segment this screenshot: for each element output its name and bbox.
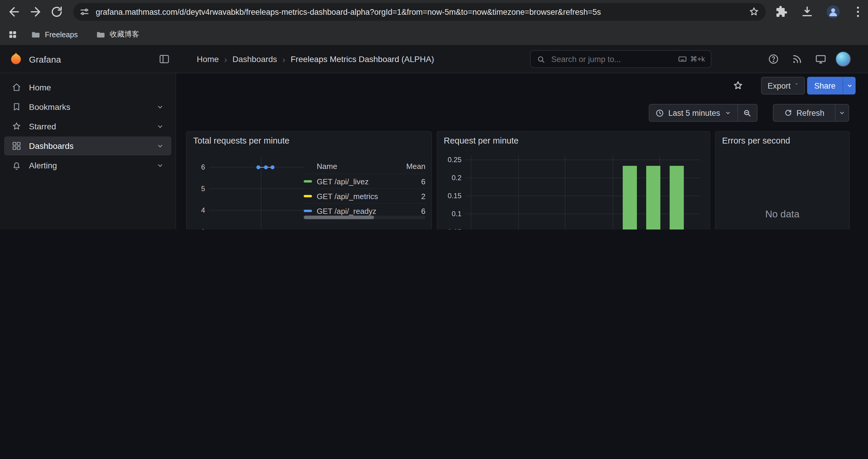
home-icon — [11, 82, 22, 93]
legend-series-name[interactable]: GET /api/_readyz — [304, 206, 392, 215]
share-button[interactable]: Share — [807, 77, 843, 95]
extensions-icon[interactable] — [774, 5, 788, 19]
legend-series-name[interactable]: GET /api/_metrics — [304, 192, 392, 201]
sidebar-item-label: Bookmarks — [29, 102, 70, 112]
grafana-header: Grafana Home › Dashboards › Freeleaps Me… — [0, 45, 868, 73]
sidebar-item-bookmarks[interactable]: Bookmarks — [4, 97, 172, 117]
reload-icon[interactable] — [50, 5, 64, 19]
sidebar-item-label: Starred — [29, 122, 56, 131]
svg-text:4: 4 — [201, 206, 205, 214]
bookmark-folder-freeleaps[interactable]: Freeleaps — [31, 30, 78, 40]
profile-avatar-icon[interactable] — [826, 5, 840, 19]
legend-series-name[interactable]: GET /api/_livez — [304, 177, 392, 186]
apps-grid-icon[interactable] — [8, 30, 18, 40]
folder-icon — [31, 30, 41, 40]
svg-text:0.25: 0.25 — [447, 156, 462, 164]
refresh-icon — [784, 109, 793, 117]
zoom-out-icon — [743, 108, 752, 117]
refresh-interval-caret[interactable] — [835, 104, 849, 122]
series-color-dash — [304, 210, 312, 212]
series-color-dash — [304, 195, 312, 197]
bookmark-folder-blogs[interactable]: 收藏博客 — [95, 30, 139, 40]
sidebar-item-home[interactable]: Home — [4, 78, 172, 97]
chevron-down-icon[interactable] — [156, 122, 164, 131]
legend-column-header[interactable]: Name — [304, 162, 392, 171]
bookmark-label: 收藏博客 — [110, 30, 139, 40]
sidebar-item-label: Alerting — [29, 161, 57, 170]
download-icon[interactable] — [800, 5, 814, 19]
chevron-down-icon — [724, 109, 732, 117]
legend-value: 2 — [392, 192, 426, 201]
share-menu-caret[interactable] — [843, 77, 856, 95]
browser-menu-icon[interactable] — [851, 5, 865, 19]
svg-text:0.05: 0.05 — [447, 228, 462, 230]
export-button[interactable]: Export — [761, 77, 805, 95]
help-icon[interactable] — [768, 53, 779, 65]
legend-scrollbar[interactable] — [304, 216, 426, 219]
bookmarks-bar: Freeleaps 收藏博客 — [0, 24, 868, 45]
favorite-star-icon[interactable] — [732, 80, 744, 92]
browser-toolbar: grafana.mathmast.com/d/deytv4rwavabkb/fr… — [0, 0, 868, 24]
bell-icon — [11, 160, 22, 171]
url-text[interactable]: grafana.mathmast.com/d/deytv4rwavabkb/fr… — [96, 7, 748, 16]
search-box[interactable]: ⌘+k — [530, 50, 711, 68]
chevron-down-icon — [795, 82, 798, 89]
legend-row: GET /api/_metrics2 — [304, 189, 426, 204]
search-icon — [536, 55, 546, 64]
sidebar-item-label: Dashboards — [29, 141, 73, 151]
svg-text:0.15: 0.15 — [447, 192, 462, 200]
panel-title[interactable]: Errors per second — [722, 136, 790, 145]
legend-column-header[interactable]: Mean — [392, 162, 426, 171]
svg-text:0.2: 0.2 — [452, 174, 462, 182]
breadcrumb-dashboards[interactable]: Dashboards — [232, 54, 277, 64]
star-icon — [11, 121, 22, 132]
dashboards-icon — [11, 140, 22, 151]
chevron-down-icon[interactable] — [156, 103, 164, 111]
back-icon[interactable] — [7, 5, 21, 19]
time-range-picker[interactable]: Last 5 minutes — [649, 104, 738, 122]
legend-value: 6 — [392, 177, 426, 186]
search-shortcut: ⌘+k — [678, 54, 705, 64]
sidebar-item-alerting[interactable]: Alerting — [4, 156, 172, 175]
panel-title[interactable]: Total requests per minute — [193, 136, 289, 145]
chevron-down-icon[interactable] — [156, 142, 164, 150]
sidebar-item-starred[interactable]: Starred — [4, 117, 172, 136]
legend-value: 6 — [392, 206, 426, 215]
bar-chart: 0.250.20.150.10.05017:37:0017:38:0017:39… — [442, 148, 706, 230]
time-controls: Last 5 minutes Refresh — [176, 104, 868, 122]
chevron-down-icon[interactable] — [156, 161, 164, 169]
svg-text:6: 6 — [201, 163, 205, 171]
zoom-out-button[interactable] — [738, 104, 757, 122]
breadcrumb: Home › Dashboards › Freeleaps Metrics Da… — [197, 45, 434, 73]
user-avatar[interactable] — [836, 52, 851, 67]
bookmark-label: Freeleaps — [45, 30, 78, 39]
sidebar-item-label: Home — [29, 83, 51, 92]
svg-text:3: 3 — [201, 228, 205, 230]
legend-row: GET /api/_livez6 — [304, 174, 426, 189]
address-bar[interactable]: grafana.mathmast.com/d/deytv4rwavabkb/fr… — [73, 3, 766, 21]
sidebar-nav: Home Bookmarks Starred Dashboards — [0, 73, 176, 230]
brand-name: Grafana — [29, 54, 61, 64]
breadcrumb-current: Freeleaps Metrics Dashboard (ALPHA) — [291, 54, 434, 64]
monitor-icon[interactable] — [815, 53, 827, 65]
site-info-icon[interactable] — [79, 6, 90, 17]
bookmark-star-icon[interactable] — [748, 6, 760, 18]
forward-icon[interactable] — [28, 5, 42, 19]
no-data-message: No data — [716, 208, 849, 220]
news-rss-icon[interactable] — [791, 53, 803, 65]
clock-icon — [655, 108, 664, 117]
breadcrumb-home[interactable]: Home — [197, 54, 219, 64]
grafana-logo-icon[interactable] — [8, 52, 24, 67]
panel-errors-per-second: Errors per second No data — [715, 131, 850, 230]
search-input[interactable] — [550, 54, 673, 64]
sidebar-item-dashboards[interactable]: Dashboards — [4, 136, 172, 155]
breadcrumb-separator: › — [224, 54, 227, 64]
series-color-dash — [304, 180, 312, 183]
panel-title[interactable]: Request per minute — [444, 136, 519, 145]
dashboard-canvas: Export Share Last 5 minutes — [176, 73, 868, 230]
timeseries-chart: 6543217:40 — [191, 148, 307, 230]
bookmark-icon — [11, 102, 22, 112]
refresh-button[interactable]: Refresh — [773, 104, 836, 122]
share-split-button: Share — [807, 77, 856, 95]
sidebar-toggle-icon[interactable] — [158, 53, 170, 65]
